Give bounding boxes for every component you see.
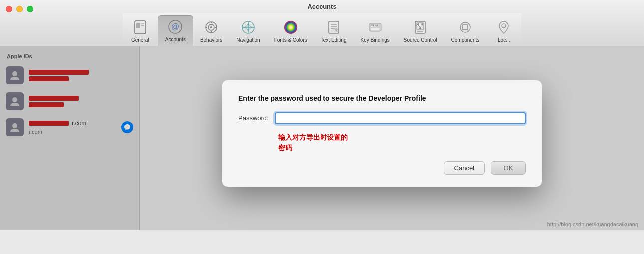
close-button[interactable] [6,6,12,12]
svg-text:opt: opt [374,24,378,27]
locations-label: Loc... [498,38,510,43]
svg-rect-31 [371,28,380,30]
dialog-overlay: Enter the password used to secure the De… [0,46,644,230]
toolbar-item-accounts[interactable]: @ Accounts [158,16,193,46]
text-editing-label: Text Editing [321,38,347,43]
components-label: Components [451,38,480,43]
toolbar-item-components[interactable]: Components [444,16,487,46]
components-icon [456,18,474,36]
accounts-label: Accounts [165,37,186,42]
svg-line-38 [420,26,422,28]
toolbar-item-key-bindings[interactable]: alt opt Key Bindings [353,16,396,46]
window-title: Accounts [307,3,336,10]
svg-point-35 [421,24,423,26]
general-label: General [131,38,149,43]
key-bindings-label: Key Bindings [360,38,389,43]
key-bindings-icon: alt opt [366,18,384,36]
annotation-text: 输入对方导出时设置的 密码 [278,132,526,154]
password-dialog: Enter the password used to secure the De… [222,80,542,187]
password-input[interactable] [275,112,526,124]
behaviors-icon [202,18,220,36]
toolbar-item-general[interactable]: General [123,16,158,46]
svg-line-37 [418,26,420,28]
maximize-button[interactable] [27,6,33,12]
fonts-colors-label: Fonts & Colors [274,38,307,43]
navigation-icon [239,18,257,36]
general-icon [131,18,149,36]
svg-point-34 [417,24,419,26]
toolbar-item-locations[interactable]: Loc... [486,16,521,46]
svg-text:alt: alt [371,24,374,27]
fonts-colors-icon [282,18,300,36]
toolbar-item-text-editing[interactable]: Text Editing [314,16,354,46]
svg-point-46 [502,24,506,28]
window-controls[interactable] [6,6,33,12]
annotation-line2: 密码 [278,144,292,152]
password-label: Password: [238,114,269,122]
navigation-label: Navigation [236,38,260,43]
title-bar: Accounts General @ Accoun [0,0,644,46]
text-editing-icon [325,18,343,36]
toolbar-item-navigation[interactable]: Navigation [229,16,267,46]
locations-icon [495,18,513,36]
annotation-line1: 输入对方导出时设置的 [278,134,348,142]
source-control-label: Source Control [404,38,437,43]
toolbar: General @ Accounts [123,14,522,46]
password-row: Password: [238,112,526,124]
minimize-button[interactable] [16,6,23,12]
behaviors-label: Behaviors [200,38,222,43]
svg-text:@: @ [171,22,179,31]
svg-rect-39 [417,31,423,32]
svg-point-8 [210,26,212,28]
svg-point-36 [419,28,421,30]
svg-rect-41 [463,25,468,30]
toolbar-item-behaviors[interactable]: Behaviors [193,16,229,46]
toolbar-item-fonts-colors[interactable]: Fonts & Colors [267,16,314,46]
svg-rect-1 [136,23,140,28]
source-control-icon [411,18,429,36]
ok-button[interactable]: OK [491,162,526,175]
dialog-buttons: Cancel OK [238,162,526,175]
toolbar-item-source-control[interactable]: Source Control [397,16,444,46]
cancel-button[interactable]: Cancel [444,162,485,175]
dialog-title: Enter the password used to secure the De… [238,94,526,102]
content-area: Apple IDs [0,46,644,230]
accounts-icon: @ [166,18,184,36]
